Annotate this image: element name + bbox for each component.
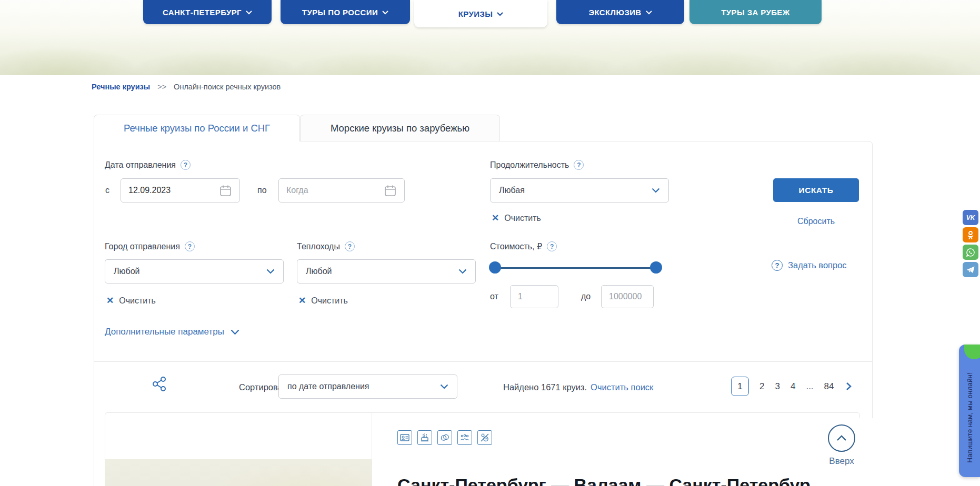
calendar-icon[interactable]: [219, 185, 232, 197]
select-value: Любая: [499, 186, 525, 195]
chevron-right-icon: [846, 382, 852, 391]
nav-item-label: КРУИЗЫ: [458, 9, 493, 18]
ask-question-label: Задать вопрос: [788, 260, 847, 270]
cruise-photo[interactable]: [105, 413, 372, 486]
chevron-down-icon: [646, 11, 652, 15]
extra-params-toggle[interactable]: Дополнительные параметры: [105, 327, 239, 337]
next-page-button[interactable]: [846, 382, 852, 391]
breadcrumb-current: Онлайн-поиск речных круизов: [174, 83, 281, 91]
reset-link[interactable]: Сбросить: [773, 217, 859, 226]
page-1-active[interactable]: 1: [731, 377, 749, 396]
price-from-input[interactable]: [510, 285, 558, 308]
chat-leaf-decoration: [964, 345, 980, 359]
online-chat-tab[interactable]: Напишите нам, мы онлайн!: [959, 345, 980, 477]
select-value: по дате отправления: [287, 382, 369, 391]
nav-item-exclusive[interactable]: ЭКСКЛЮЗИВ: [556, 0, 684, 24]
nav-item-tours-abroad[interactable]: ТУРЫ ЗА РУБЕЖ: [689, 0, 822, 24]
label-text: Дата отправления: [105, 160, 176, 170]
ships-label: Теплоходы ?: [297, 241, 355, 251]
search-button[interactable]: ИСКАТЬ: [773, 178, 859, 202]
tab-river-cruises[interactable]: Речные круизы по России и СНГ: [94, 115, 300, 141]
question-circle-icon: ?: [772, 260, 783, 271]
chevron-down-icon: [231, 329, 239, 335]
back-to-top-button[interactable]: [828, 424, 855, 452]
help-icon[interactable]: ?: [345, 241, 355, 251]
slider-handle-max[interactable]: [650, 261, 662, 274]
page-4[interactable]: 4: [791, 381, 795, 392]
ask-question-link[interactable]: ? Задать вопрос: [772, 260, 847, 271]
clear-x-icon: ✕: [298, 295, 306, 306]
chevron-down-icon: [497, 12, 503, 16]
no-children-icon[interactable]: [477, 430, 492, 445]
back-to-top-widget: Вверх: [811, 418, 873, 486]
search-panel: Дата отправления ? с по Продолжительност…: [94, 141, 873, 486]
breadcrumb: Речные круизы >> Онлайн-поиск речных кру…: [92, 83, 281, 91]
tab-label: Речные круизы по России и СНГ: [124, 123, 270, 134]
extra-params-label: Дополнительные параметры: [105, 327, 224, 337]
social-sidebar: VK: [963, 210, 978, 277]
nav-item-cruises-active[interactable]: КРУИЗЫ: [414, 0, 547, 27]
duration-select[interactable]: Любая: [490, 178, 669, 202]
nav-item-label: ТУРЫ ЗА РУБЕЖ: [721, 8, 789, 17]
vk-icon[interactable]: VK: [963, 210, 978, 225]
birthday-cake-icon[interactable]: [417, 430, 432, 445]
slider-handle-min[interactable]: [489, 261, 501, 274]
whatsapp-icon[interactable]: [963, 245, 978, 260]
help-icon[interactable]: ?: [181, 160, 191, 170]
city-clear-button[interactable]: ✕ Очистить: [106, 295, 156, 306]
back-to-top-label[interactable]: Вверх: [811, 456, 873, 467]
price-range-slider[interactable]: [490, 261, 661, 274]
section-divider: [94, 361, 872, 362]
breadcrumb-root-link[interactable]: Речные круизы: [92, 83, 150, 91]
cruise-result-card[interactable]: Санкт-Петербург — Валаам — Санкт-Петербу…: [105, 412, 860, 486]
label-text: Продолжительность: [490, 160, 569, 170]
nav-item-tours-russia[interactable]: ТУРЫ ПО РОССИИ: [281, 0, 410, 24]
cruise-title[interactable]: Санкт-Петербург — Валаам — Санкт-Петербу…: [397, 475, 818, 486]
select-value: Любой: [306, 267, 332, 276]
price-to-input[interactable]: [601, 285, 654, 308]
label-text: Стоимость, ₽: [490, 241, 542, 251]
tab-label: Морские круизы по зарубежью: [331, 123, 469, 134]
chevron-up-icon: [836, 435, 847, 441]
group-icon[interactable]: [457, 430, 472, 445]
wedding-rings-icon[interactable]: [437, 430, 452, 445]
chevron-down-icon: [440, 384, 448, 389]
clear-label: Очистить: [311, 296, 348, 306]
chevron-down-icon: [266, 269, 275, 274]
duration-clear-button[interactable]: ✕ Очистить: [492, 212, 541, 224]
share-icon[interactable]: [152, 376, 167, 392]
id-card-icon[interactable]: [397, 430, 412, 445]
nav-item-label: ЭКСКЛЮЗИВ: [588, 8, 641, 17]
chevron-down-icon: [246, 11, 252, 15]
odnoklassniki-icon[interactable]: [963, 227, 978, 242]
tab-sea-cruises[interactable]: Морские круизы по зарубежью: [300, 115, 500, 141]
chevron-down-icon: [652, 188, 660, 193]
telegram-icon[interactable]: [963, 262, 978, 277]
label-text: Город отправления: [105, 242, 180, 251]
help-icon[interactable]: ?: [185, 241, 195, 251]
departure-date-label: Дата отправления ?: [105, 160, 191, 170]
chevron-down-icon: [458, 269, 467, 274]
help-icon[interactable]: ?: [547, 241, 557, 251]
hero-banner: САНКТ-ПЕТЕРБУРГ ТУРЫ ПО РОССИИ КРУИЗЫ ЭК…: [0, 0, 980, 75]
nav-item-spb[interactable]: САНКТ-ПЕТЕРБУРГ: [143, 0, 272, 24]
clear-x-icon: ✕: [492, 212, 499, 224]
date-to-prefix: по: [257, 186, 267, 195]
results-summary: Найдено 1671 круиз. Очистить поиск: [503, 382, 653, 392]
price-from-prefix: от: [490, 292, 498, 301]
clear-search-link[interactable]: Очистить поиск: [591, 382, 653, 392]
clear-label: Очистить: [504, 214, 541, 223]
nav-item-label: ТУРЫ ПО РОССИИ: [302, 8, 378, 17]
ships-clear-button[interactable]: ✕ Очистить: [298, 295, 348, 306]
page-2[interactable]: 2: [759, 381, 764, 392]
ships-select[interactable]: Любой: [297, 259, 476, 284]
calendar-icon[interactable]: [384, 185, 396, 197]
departure-city-select[interactable]: Любой: [105, 259, 284, 284]
page-3[interactable]: 3: [775, 381, 779, 392]
slider-track: [490, 267, 661, 269]
sort-select[interactable]: по дате отправления: [278, 374, 457, 399]
page-last[interactable]: 84: [824, 381, 834, 392]
label-text: Теплоходы: [297, 242, 340, 251]
help-icon[interactable]: ?: [574, 160, 584, 170]
pagination-ellipsis: ...: [806, 381, 813, 392]
